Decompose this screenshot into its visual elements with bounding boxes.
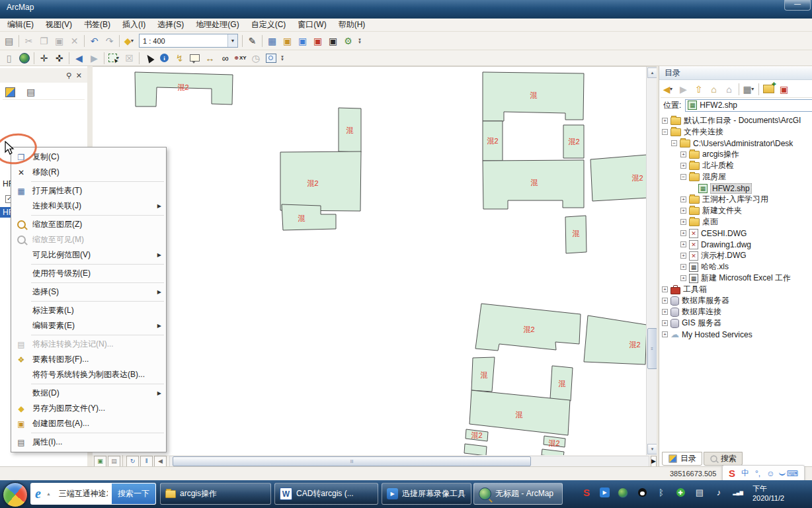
- menu-item-6[interactable]: 自定义(C): [245, 18, 292, 32]
- expand-icon[interactable]: +: [662, 298, 668, 304]
- expand-icon[interactable]: +: [680, 253, 686, 259]
- forward-icon[interactable]: ▶: [676, 82, 691, 97]
- expand-icon[interactable]: +: [680, 241, 686, 247]
- catalog-tree-item-10[interactable]: +✕CESHI.DWG: [659, 228, 812, 239]
- tray-clipboard-icon[interactable]: ▤: [694, 487, 706, 497]
- tray-volume-icon[interactable]: ♪: [713, 487, 725, 497]
- context-menu-item-3[interactable]: 连接和关联(J)▶: [11, 198, 166, 214]
- full-extent-globe-icon[interactable]: [17, 51, 32, 65]
- ime-punctuation-icon[interactable]: °,: [755, 469, 760, 478]
- expand-icon[interactable]: +: [662, 286, 668, 292]
- tab-搜索[interactable]: 搜索: [704, 452, 743, 466]
- menu-item-3[interactable]: 插入(I): [116, 18, 151, 32]
- tray-qq-icon[interactable]: [636, 488, 648, 497]
- view-mode-icon[interactable]: ▦▼: [741, 82, 756, 97]
- list-by-drawing-order-icon[interactable]: [3, 85, 18, 99]
- default-geodatabase-icon[interactable]: ⌂: [721, 82, 737, 97]
- editor-pencil-icon[interactable]: ✎: [245, 34, 260, 48]
- catalog-tree-item-1[interactable]: −文件夹连接: [659, 126, 812, 138]
- context-menu-item-14[interactable]: 数据(D)▶: [11, 386, 166, 401]
- catalog-tree-item-19[interactable]: +☁My Hosted Services: [659, 329, 812, 340]
- layout-view-button[interactable]: ▤: [108, 456, 120, 467]
- search-window-icon[interactable]: ▣: [295, 34, 310, 48]
- menu-item-4[interactable]: 选择(S): [151, 18, 190, 32]
- home-icon[interactable]: ⌂: [706, 82, 721, 97]
- find-icon[interactable]: ∞: [218, 51, 233, 65]
- undo-icon[interactable]: ↶: [87, 34, 102, 48]
- collapse-icon[interactable]: −: [662, 129, 668, 135]
- toolbar-overflow-icon[interactable]: ▼▼: [278, 51, 286, 65]
- scroll-up-icon[interactable]: ▲: [647, 67, 657, 78]
- ime-emoji-icon[interactable]: ☺: [766, 469, 774, 478]
- catalog-tree-item-0[interactable]: +默认工作目录 - Documents\ArcGI: [659, 115, 812, 126]
- tab-目录[interactable]: 目录: [662, 452, 702, 466]
- collapse-icon[interactable]: −: [680, 174, 686, 180]
- toolbox-partial-icon[interactable]: ▣: [776, 82, 792, 97]
- context-menu-item-1[interactable]: ✕移除(R): [11, 165, 166, 180]
- time-slider-icon[interactable]: ◷: [248, 51, 263, 65]
- taskbar-arcmap-button[interactable]: 无标题 - ArcMap: [473, 483, 563, 505]
- context-menu-item-2[interactable]: ▦打开属性表(T): [11, 183, 166, 198]
- expand-icon[interactable]: +: [662, 320, 668, 326]
- context-menu-item-8[interactable]: 选择(S)▶: [11, 284, 166, 300]
- tray-network-icon[interactable]: ▂▄▆: [732, 490, 744, 495]
- expand-icon[interactable]: +: [680, 163, 686, 169]
- pin-icon[interactable]: ⚲: [66, 71, 71, 80]
- html-popup-icon[interactable]: [187, 51, 202, 65]
- vertical-scrollbar[interactable]: ▲ ≡ ▼: [646, 67, 657, 455]
- refresh-view-button[interactable]: ↻: [126, 456, 139, 467]
- expand-icon[interactable]: +: [662, 118, 668, 124]
- catalog-tree-item-6[interactable]: ▦HFW2.shp: [659, 183, 812, 194]
- expand-icon[interactable]: +: [680, 151, 686, 157]
- map-view[interactable]: 混2混混2混混混2混2混混2混混2混2混混混混2混2 ▲ ≡ ▼ ▣▤↻‖◀ |…: [93, 66, 657, 467]
- catalog-tree-item-13[interactable]: +▦哈哈.xls: [659, 261, 812, 273]
- catalog-tree-item-18[interactable]: +GIS 服务器: [659, 318, 812, 329]
- context-menu-item-12[interactable]: ❖要素转图形(F)...: [11, 352, 166, 367]
- clear-selection-icon[interactable]: ☒: [122, 51, 137, 65]
- map-scale-combo[interactable]: 1 : 400▼: [139, 34, 238, 48]
- page-icon[interactable]: ▯: [1, 51, 17, 65]
- taskbar-folder-button[interactable]: arcgis操作: [160, 483, 271, 505]
- building-polygon[interactable]: [280, 151, 361, 211]
- building-polygon[interactable]: [464, 444, 487, 455]
- scroll-down-icon[interactable]: ▼: [647, 444, 657, 454]
- chevron-down-icon[interactable]: ▼: [227, 34, 237, 47]
- taskbar-word-button[interactable]: WCAD转arcgis (...: [274, 483, 378, 505]
- expand-icon[interactable]: +: [680, 208, 686, 214]
- hyperlink-icon[interactable]: ↯: [172, 51, 187, 65]
- catalog-tree-item-11[interactable]: +✕Drawing1.dwg: [659, 239, 812, 250]
- context-menu-item-13[interactable]: 将符号系统转换为制图表达(B)...: [11, 367, 166, 382]
- building-polygon[interactable]: [584, 316, 647, 364]
- scroll-left-button[interactable]: ◀: [154, 456, 167, 467]
- start-button[interactable]: [3, 482, 28, 507]
- collapse-icon[interactable]: −: [671, 140, 677, 146]
- python-window-icon[interactable]: ▣: [325, 34, 341, 48]
- context-menu-item-6[interactable]: 可见比例范围(V)▶: [11, 247, 166, 263]
- menu-item-0[interactable]: 编辑(E): [1, 18, 40, 32]
- menu-item-5[interactable]: 地理处理(G): [190, 18, 245, 32]
- print-icon[interactable]: ▤: [1, 34, 17, 48]
- taskbar-recorder-button[interactable]: ▶迅捷屏幕录像工具: [382, 483, 471, 505]
- search-button[interactable]: 搜索一下: [112, 484, 155, 504]
- copy-icon[interactable]: ❐: [36, 34, 52, 48]
- back-extent-icon[interactable]: ◀: [71, 51, 87, 65]
- up-one-level-icon[interactable]: ⇧: [691, 82, 706, 97]
- catalog-tree-item-17[interactable]: +数据库连接: [659, 306, 812, 318]
- expand-icon[interactable]: +: [680, 230, 686, 236]
- identify-icon[interactable]: i: [157, 51, 172, 65]
- ime-keyboard-icon[interactable]: ⌨: [786, 469, 797, 478]
- toolbar-overflow-icon[interactable]: ▼▼: [356, 34, 364, 48]
- chevron-down-icon[interactable]: ▼: [751, 87, 755, 91]
- menu-item-1[interactable]: 视图(V): [40, 18, 78, 32]
- chevron-down-icon[interactable]: ▼: [669, 87, 673, 91]
- catalog-tree-item-15[interactable]: +工具箱: [659, 284, 812, 295]
- expand-icon[interactable]: +: [680, 219, 686, 225]
- back-icon[interactable]: ◀▼: [661, 82, 676, 97]
- expand-icon[interactable]: +: [662, 309, 668, 315]
- context-menu-item-15[interactable]: ◆另存为图层文件(Y)...: [11, 401, 166, 416]
- expand-icon[interactable]: +: [680, 264, 686, 270]
- forward-extent-icon[interactable]: ▶: [87, 51, 102, 65]
- redo-icon[interactable]: ↷: [102, 34, 117, 48]
- building-polygon[interactable]: [542, 449, 564, 455]
- close-icon[interactable]: ✕: [76, 71, 82, 80]
